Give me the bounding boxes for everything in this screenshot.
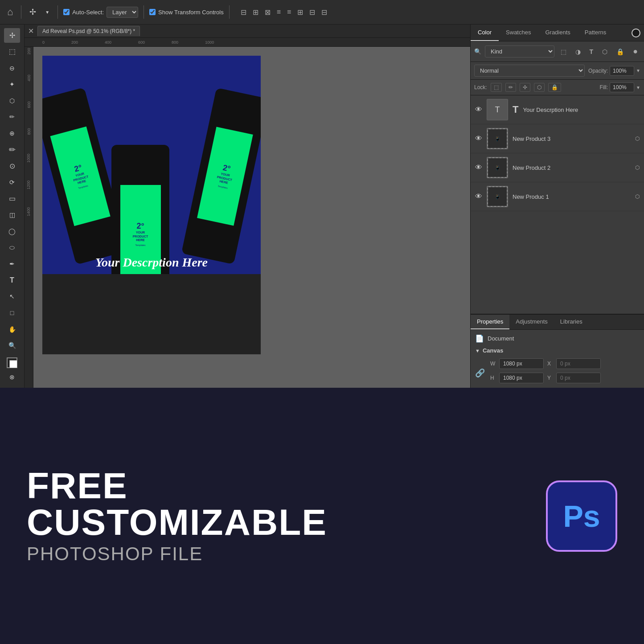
layer-item-product2[interactable]: 👁 📱 New Product 2 ⬡ xyxy=(471,153,644,182)
photoshop-icon: Ps xyxy=(546,480,617,552)
blend-mode-select[interactable]: Normal xyxy=(474,65,585,77)
move-tool-button[interactable]: ✢ xyxy=(27,5,39,19)
marquee-tool[interactable]: ⬚ xyxy=(4,45,20,59)
move-tool-dropdown[interactable]: ▼ xyxy=(42,8,52,16)
distribute-icon-1[interactable]: ≡ xyxy=(275,7,282,17)
clone-stamp[interactable]: ⊙ xyxy=(4,159,20,173)
color-circle[interactable] xyxy=(632,29,640,37)
layer-thumb-2: 📱 xyxy=(487,157,508,178)
filter-kind-select[interactable]: Kind xyxy=(485,45,554,57)
width-input[interactable] xyxy=(499,358,544,369)
shape-tool[interactable]: □ xyxy=(4,306,20,320)
brush-tool[interactable]: ✏ xyxy=(4,142,20,157)
crop-tool[interactable]: ⬡ xyxy=(4,94,20,108)
layer-item-description[interactable]: 👁 T T Your Descrption Here xyxy=(471,95,644,124)
path-selection[interactable]: ↖ xyxy=(4,289,20,304)
filter-smartobject-icon[interactable]: 🔒 xyxy=(614,46,627,57)
layer-name-0: Your Descrption Here xyxy=(523,107,640,113)
arrange-icon-3[interactable]: ⊟ xyxy=(320,7,328,18)
dodge-tool[interactable]: ⬭ xyxy=(4,240,20,255)
canvas-tab[interactable]: Ad Reveal Ps.psd @ 50.1% (RGB/8*) * xyxy=(37,26,140,36)
auto-select-checkbox[interactable] xyxy=(63,9,70,15)
link-icon[interactable]: 🔗 xyxy=(475,368,485,378)
hand-tool[interactable]: ✋ xyxy=(4,322,20,336)
home-button[interactable]: ⌂ xyxy=(4,4,16,20)
x-input[interactable] xyxy=(556,358,601,369)
visibility-icon-1[interactable]: 👁 xyxy=(475,135,482,143)
magic-wand-tool[interactable]: ✦ xyxy=(4,77,20,92)
layer-item-product3[interactable]: 👁 📱 New Product 3 ⬡ xyxy=(471,124,644,153)
ruler-mark-0: 0 xyxy=(42,40,45,45)
layer-name-3: New Produc 1 xyxy=(513,193,631,200)
v-mark-600: 600 xyxy=(27,101,31,108)
blur-tool[interactable]: ◯ xyxy=(4,224,20,239)
thumb-phone-icon-3: 📱 xyxy=(495,194,500,199)
separator-3 xyxy=(144,5,144,19)
lasso-tool[interactable]: ⊖ xyxy=(4,61,20,75)
filter-search-icon[interactable]: 🔍 xyxy=(474,48,481,55)
lock-all-btn[interactable]: 🔒 xyxy=(548,83,561,92)
lock-artboard-btn[interactable]: ⬡ xyxy=(534,83,545,92)
layer-expand-icon-1[interactable]: ⬡ xyxy=(635,135,640,142)
filter-pixel-icon[interactable]: ⬚ xyxy=(558,46,569,57)
visibility-icon-2[interactable]: 👁 xyxy=(475,164,482,172)
transform-checkbox[interactable] xyxy=(149,9,156,15)
tab-patterns[interactable]: Patterns xyxy=(578,25,613,41)
arrange-icon-1[interactable]: ⊞ xyxy=(296,7,304,18)
fill-input[interactable] xyxy=(610,82,634,92)
align-right-icon[interactable]: ⊠ xyxy=(263,7,272,18)
layer-select[interactable]: Layer xyxy=(107,7,138,18)
tab-swatches[interactable]: Swatches xyxy=(499,25,538,41)
healing-tool[interactable]: ⊕ xyxy=(4,126,20,141)
tab-gradients[interactable]: Gradients xyxy=(538,25,577,41)
layer-expand-icon-3[interactable]: ⬡ xyxy=(635,193,640,200)
zoom-tool[interactable]: 🔍 xyxy=(4,338,20,353)
tab-adjustments[interactable]: Adjustments xyxy=(509,315,554,329)
layer-expand-icon-2[interactable]: ⬡ xyxy=(635,164,640,171)
fill-dropdown[interactable]: ▼ xyxy=(636,85,640,90)
filter-shape-icon[interactable]: ⬡ xyxy=(599,46,610,57)
filter-text-icon[interactable]: T xyxy=(587,46,596,57)
transform-label: Show Transform Controls xyxy=(158,9,224,16)
layer-item-product1[interactable]: 👁 📱 New Produc 1 ⬡ xyxy=(471,182,644,211)
y-input[interactable] xyxy=(556,373,601,383)
close-tab-icon[interactable]: ✕ xyxy=(28,27,34,35)
thumb-inner-3: 📱 xyxy=(488,187,507,206)
lock-transparent-btn[interactable]: ⬚ xyxy=(491,83,502,92)
tab-color[interactable]: Color xyxy=(471,25,499,41)
eyedropper-tool[interactable]: ✏ xyxy=(4,110,20,124)
ruler-mark-1000: 1000 xyxy=(205,40,214,45)
arrange-icon-2[interactable]: ⊟ xyxy=(308,7,316,18)
ruler-mark-400: 400 xyxy=(105,40,111,45)
background-color[interactable] xyxy=(9,360,17,368)
visibility-icon-3[interactable]: 👁 xyxy=(475,193,482,201)
tab-libraries[interactable]: Libraries xyxy=(554,315,589,329)
opacity-input[interactable] xyxy=(610,66,634,76)
canvas-workspace[interactable]: 2° YOURPRODUCTHERE Templates 2° YOURPROD… xyxy=(33,47,470,388)
height-input[interactable] xyxy=(499,373,544,383)
layer-thumb-3: 📱 xyxy=(487,186,508,207)
filter-adjustment-icon[interactable]: ◑ xyxy=(573,46,583,57)
main-area: ✢ ⬚ ⊖ ✦ ⬡ ✏ ⊕ ✏ ⊙ ⟳ ▭ ◫ ◯ ⬭ ✒ T ↖ □ ✋ 🔍 … xyxy=(0,25,644,388)
visibility-icon-0[interactable]: 👁 xyxy=(475,106,482,114)
eraser-tool[interactable]: ▭ xyxy=(4,191,20,206)
foreground-color[interactable] xyxy=(7,357,17,368)
fill-label: Fill: xyxy=(599,84,608,90)
pen-tool[interactable]: ✒ xyxy=(4,257,20,271)
lock-pixels-btn[interactable]: ✏ xyxy=(505,83,516,92)
tab-properties[interactable]: Properties xyxy=(471,315,509,329)
opacity-dropdown[interactable]: ▼ xyxy=(636,68,640,73)
width-field-group: W xyxy=(490,358,544,369)
gradient-tool[interactable]: ◫ xyxy=(4,208,20,222)
separator-4 xyxy=(229,5,230,19)
lock-position-btn[interactable]: ✢ xyxy=(520,83,530,92)
opacity-label: Opacity: xyxy=(588,68,608,74)
history-brush[interactable]: ⟳ xyxy=(4,175,20,190)
align-center-icon[interactable]: ⊞ xyxy=(251,7,260,18)
select-tool[interactable]: ✢ xyxy=(4,28,20,43)
distribute-icon-2[interactable]: ≡ xyxy=(286,7,292,17)
align-left-icon[interactable]: ⊟ xyxy=(239,7,248,18)
type-tool[interactable]: T xyxy=(4,273,20,287)
filter-toggle[interactable]: ● xyxy=(630,45,640,58)
quick-mask[interactable]: ⊗ xyxy=(4,370,20,385)
